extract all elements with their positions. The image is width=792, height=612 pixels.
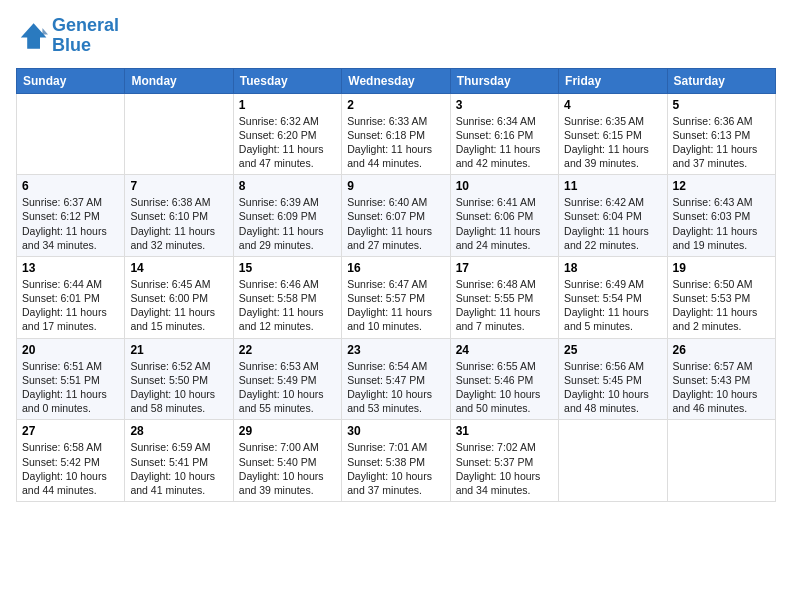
day-number: 31 xyxy=(456,424,553,438)
logo: General Blue xyxy=(16,16,119,56)
cell-text: Sunrise: 6:40 AM xyxy=(347,195,444,209)
cell-text: Daylight: 10 hours and 46 minutes. xyxy=(673,387,770,415)
cell-text: Daylight: 10 hours and 44 minutes. xyxy=(22,469,119,497)
cell-text: Sunrise: 6:38 AM xyxy=(130,195,227,209)
calendar-cell: 31Sunrise: 7:02 AMSunset: 5:37 PMDayligh… xyxy=(450,420,558,502)
day-number: 8 xyxy=(239,179,336,193)
cell-text: Sunset: 6:15 PM xyxy=(564,128,661,142)
calendar-cell: 12Sunrise: 6:43 AMSunset: 6:03 PMDayligh… xyxy=(667,175,775,257)
cell-text: Sunset: 6:06 PM xyxy=(456,209,553,223)
day-number: 6 xyxy=(22,179,119,193)
cell-text: Sunrise: 6:42 AM xyxy=(564,195,661,209)
cell-text: Daylight: 11 hours and 34 minutes. xyxy=(22,224,119,252)
cell-text: Sunset: 5:38 PM xyxy=(347,455,444,469)
cell-text: Sunset: 5:57 PM xyxy=(347,291,444,305)
cell-text: Sunrise: 6:44 AM xyxy=(22,277,119,291)
cell-text: Sunset: 6:00 PM xyxy=(130,291,227,305)
day-number: 19 xyxy=(673,261,770,275)
calendar-cell xyxy=(17,93,125,175)
day-number: 13 xyxy=(22,261,119,275)
cell-text: Sunrise: 6:51 AM xyxy=(22,359,119,373)
calendar-cell: 23Sunrise: 6:54 AMSunset: 5:47 PMDayligh… xyxy=(342,338,450,420)
day-number: 16 xyxy=(347,261,444,275)
cell-text: Sunset: 5:55 PM xyxy=(456,291,553,305)
calendar-row: 20Sunrise: 6:51 AMSunset: 5:51 PMDayligh… xyxy=(17,338,776,420)
calendar-cell: 5Sunrise: 6:36 AMSunset: 6:13 PMDaylight… xyxy=(667,93,775,175)
cell-text: Sunrise: 6:52 AM xyxy=(130,359,227,373)
cell-text: Sunset: 6:20 PM xyxy=(239,128,336,142)
day-number: 4 xyxy=(564,98,661,112)
cell-text: Sunrise: 6:50 AM xyxy=(673,277,770,291)
cell-text: Sunset: 6:07 PM xyxy=(347,209,444,223)
calendar-cell: 11Sunrise: 6:42 AMSunset: 6:04 PMDayligh… xyxy=(559,175,667,257)
cell-text: Daylight: 11 hours and 37 minutes. xyxy=(673,142,770,170)
cell-text: Daylight: 10 hours and 48 minutes. xyxy=(564,387,661,415)
cell-text: Daylight: 11 hours and 17 minutes. xyxy=(22,305,119,333)
calendar-cell: 29Sunrise: 7:00 AMSunset: 5:40 PMDayligh… xyxy=(233,420,341,502)
day-number: 20 xyxy=(22,343,119,357)
calendar-cell: 22Sunrise: 6:53 AMSunset: 5:49 PMDayligh… xyxy=(233,338,341,420)
day-number: 5 xyxy=(673,98,770,112)
cell-text: Sunset: 5:45 PM xyxy=(564,373,661,387)
cell-text: Daylight: 10 hours and 58 minutes. xyxy=(130,387,227,415)
day-number: 26 xyxy=(673,343,770,357)
day-number: 11 xyxy=(564,179,661,193)
cell-text: Sunset: 5:43 PM xyxy=(673,373,770,387)
cell-text: Sunset: 6:01 PM xyxy=(22,291,119,305)
cell-text: Sunset: 5:50 PM xyxy=(130,373,227,387)
day-number: 23 xyxy=(347,343,444,357)
cell-text: Sunrise: 6:49 AM xyxy=(564,277,661,291)
svg-marker-0 xyxy=(21,23,47,49)
cell-text: Sunrise: 6:47 AM xyxy=(347,277,444,291)
calendar-cell: 2Sunrise: 6:33 AMSunset: 6:18 PMDaylight… xyxy=(342,93,450,175)
calendar-cell: 19Sunrise: 6:50 AMSunset: 5:53 PMDayligh… xyxy=(667,256,775,338)
cell-text: Sunset: 5:42 PM xyxy=(22,455,119,469)
day-number: 29 xyxy=(239,424,336,438)
cell-text: Sunrise: 6:32 AM xyxy=(239,114,336,128)
cell-text: Daylight: 11 hours and 27 minutes. xyxy=(347,224,444,252)
header-row: SundayMondayTuesdayWednesdayThursdayFrid… xyxy=(17,68,776,93)
cell-text: Sunset: 5:46 PM xyxy=(456,373,553,387)
cell-text: Daylight: 11 hours and 15 minutes. xyxy=(130,305,227,333)
cell-text: Daylight: 11 hours and 19 minutes. xyxy=(673,224,770,252)
cell-text: Sunset: 5:49 PM xyxy=(239,373,336,387)
day-number: 14 xyxy=(130,261,227,275)
day-number: 3 xyxy=(456,98,553,112)
day-number: 28 xyxy=(130,424,227,438)
cell-text: Daylight: 11 hours and 39 minutes. xyxy=(564,142,661,170)
cell-text: Sunset: 6:03 PM xyxy=(673,209,770,223)
cell-text: Sunrise: 7:01 AM xyxy=(347,440,444,454)
logo-text: General Blue xyxy=(52,16,119,56)
weekday-header: Saturday xyxy=(667,68,775,93)
calendar-cell: 20Sunrise: 6:51 AMSunset: 5:51 PMDayligh… xyxy=(17,338,125,420)
calendar-cell: 4Sunrise: 6:35 AMSunset: 6:15 PMDaylight… xyxy=(559,93,667,175)
calendar-row: 13Sunrise: 6:44 AMSunset: 6:01 PMDayligh… xyxy=(17,256,776,338)
weekday-header: Tuesday xyxy=(233,68,341,93)
calendar-cell: 15Sunrise: 6:46 AMSunset: 5:58 PMDayligh… xyxy=(233,256,341,338)
calendar-row: 1Sunrise: 6:32 AMSunset: 6:20 PMDaylight… xyxy=(17,93,776,175)
calendar-cell: 14Sunrise: 6:45 AMSunset: 6:00 PMDayligh… xyxy=(125,256,233,338)
cell-text: Daylight: 11 hours and 24 minutes. xyxy=(456,224,553,252)
cell-text: Sunrise: 6:36 AM xyxy=(673,114,770,128)
calendar-cell: 17Sunrise: 6:48 AMSunset: 5:55 PMDayligh… xyxy=(450,256,558,338)
day-number: 27 xyxy=(22,424,119,438)
cell-text: Sunset: 5:41 PM xyxy=(130,455,227,469)
cell-text: Sunrise: 6:54 AM xyxy=(347,359,444,373)
calendar-table: SundayMondayTuesdayWednesdayThursdayFrid… xyxy=(16,68,776,502)
cell-text: Sunrise: 6:43 AM xyxy=(673,195,770,209)
cell-text: Daylight: 11 hours and 7 minutes. xyxy=(456,305,553,333)
calendar-row: 27Sunrise: 6:58 AMSunset: 5:42 PMDayligh… xyxy=(17,420,776,502)
cell-text: Daylight: 10 hours and 50 minutes. xyxy=(456,387,553,415)
cell-text: Sunrise: 6:53 AM xyxy=(239,359,336,373)
calendar-cell: 6Sunrise: 6:37 AMSunset: 6:12 PMDaylight… xyxy=(17,175,125,257)
cell-text: Sunset: 5:54 PM xyxy=(564,291,661,305)
calendar-cell: 8Sunrise: 6:39 AMSunset: 6:09 PMDaylight… xyxy=(233,175,341,257)
calendar-body: 1Sunrise: 6:32 AMSunset: 6:20 PMDaylight… xyxy=(17,93,776,501)
cell-text: Daylight: 11 hours and 2 minutes. xyxy=(673,305,770,333)
calendar-cell: 26Sunrise: 6:57 AMSunset: 5:43 PMDayligh… xyxy=(667,338,775,420)
cell-text: Sunrise: 6:48 AM xyxy=(456,277,553,291)
cell-text: Sunrise: 7:02 AM xyxy=(456,440,553,454)
calendar-cell: 7Sunrise: 6:38 AMSunset: 6:10 PMDaylight… xyxy=(125,175,233,257)
cell-text: Sunset: 5:51 PM xyxy=(22,373,119,387)
cell-text: Daylight: 11 hours and 22 minutes. xyxy=(564,224,661,252)
